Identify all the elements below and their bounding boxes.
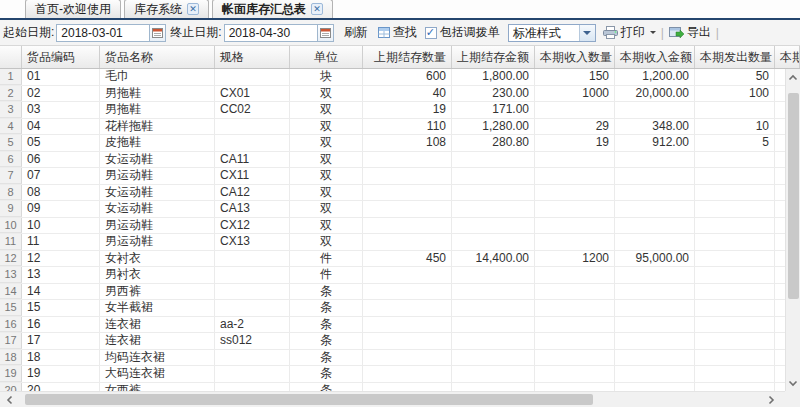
column-header-2[interactable]: 货品名称: [100, 46, 215, 68]
vertical-scrollbar[interactable]: [785, 69, 800, 391]
column-header-1[interactable]: 货品编码: [22, 46, 100, 68]
toolbar-divider: |: [661, 26, 664, 40]
table-cell: 230.00: [452, 86, 535, 102]
start-date-input[interactable]: 2018-03-01: [56, 24, 166, 42]
table-cell: 19: [363, 102, 452, 118]
table-cell: [615, 185, 695, 201]
print-dropdown-caret[interactable]: [650, 31, 656, 34]
table-cell: [695, 317, 775, 333]
end-date-value[interactable]: 2018-04-30: [225, 25, 317, 41]
column-header-7[interactable]: 本期收入数量: [535, 46, 615, 68]
row-number-cell: 19: [0, 366, 22, 382]
table-cell: [535, 218, 615, 234]
column-header-5[interactable]: 上期结存数量: [363, 46, 452, 68]
table-row[interactable]: 1414男西裤条: [0, 284, 785, 301]
toolbar-divider: |: [716, 26, 719, 40]
table-cell: [695, 168, 775, 184]
table-cell: [452, 333, 535, 349]
scroll-right-icon[interactable]: [765, 394, 777, 406]
table-row[interactable]: 404花样拖鞋双1101,280.0029348.0010: [0, 119, 785, 136]
start-date-value[interactable]: 2018-03-01: [57, 25, 149, 41]
horizontal-scroll-thumb[interactable]: [25, 394, 593, 405]
table-cell: 16: [22, 317, 100, 333]
start-date-calendar-button[interactable]: [149, 25, 165, 41]
refresh-button[interactable]: 刷新: [344, 24, 368, 41]
calendar-icon: [320, 27, 331, 38]
scroll-up-icon[interactable]: [787, 71, 799, 83]
table-cell: [535, 300, 615, 316]
include-transfer-checkbox[interactable]: [425, 27, 437, 39]
table-cell: 条: [290, 317, 363, 333]
table-cell: [615, 267, 695, 283]
table-cell: [452, 201, 535, 217]
table-cell-filler: [775, 251, 785, 267]
column-header-4[interactable]: 单位: [290, 46, 363, 68]
table-cell: [452, 366, 535, 382]
table-cell: 均码连衣裙: [100, 350, 215, 366]
row-number-cell: 12: [0, 251, 22, 267]
table-row[interactable]: 1010男运动鞋CX12双: [0, 218, 785, 235]
style-select-arrow[interactable]: [579, 25, 595, 41]
table-row[interactable]: 1515女半截裙条: [0, 300, 785, 317]
table-row[interactable]: 909女运动鞋CA13双: [0, 201, 785, 218]
column-header-8[interactable]: 本期收入金额: [615, 46, 695, 68]
start-date-label: 起始日期:: [3, 24, 54, 41]
table-row[interactable]: 101毛巾块6001,800.001501,200.0050: [0, 69, 785, 86]
vertical-scroll-thumb[interactable]: [788, 93, 799, 299]
include-transfer-option[interactable]: 包括调拨单: [425, 24, 500, 41]
end-date-calendar-button[interactable]: [317, 25, 333, 41]
column-header-0[interactable]: [0, 46, 22, 68]
export-button[interactable]: 导出: [669, 24, 711, 41]
table-row[interactable]: 1111男运动鞋CX13双: [0, 234, 785, 251]
table-cell: CX11: [215, 168, 290, 184]
refresh-button-label: 刷新: [344, 24, 368, 41]
table-row[interactable]: 606女运动鞋CA11双: [0, 152, 785, 169]
column-header-3[interactable]: 规格: [215, 46, 290, 68]
table-cell: [695, 267, 775, 283]
print-button[interactable]: 打印: [603, 24, 656, 41]
column-header-9[interactable]: 本期发出数量: [695, 46, 775, 68]
table-row[interactable]: 1616连衣裙aa-2条: [0, 317, 785, 334]
table-row[interactable]: 303男拖鞋CC02双19171.00: [0, 102, 785, 119]
scroll-down-icon[interactable]: [787, 377, 799, 389]
table-cell: 双: [290, 168, 363, 184]
export-icon: [669, 27, 684, 39]
table-cell: 12: [22, 251, 100, 267]
table-row[interactable]: 808女运动鞋CA12双: [0, 185, 785, 202]
row-number-cell: 2: [0, 86, 22, 102]
end-date-input[interactable]: 2018-04-30: [224, 24, 334, 42]
horizontal-scrollbar[interactable]: [0, 391, 785, 407]
tab-1[interactable]: 首页-欢迎使用: [25, 0, 121, 18]
table-cell: [363, 201, 452, 217]
tab-close-icon[interactable]: ✕: [187, 3, 199, 15]
table-cell: 100: [695, 86, 775, 102]
table-cell-filler: [775, 300, 785, 316]
table-cell: [215, 383, 290, 392]
table-row[interactable]: 1818均码连衣裙条: [0, 350, 785, 367]
table-cell: 连衣裙: [100, 317, 215, 333]
column-header-10[interactable]: 本期: [775, 46, 800, 68]
table-row[interactable]: 1212女衬衣件45014,400.00120095,000.00: [0, 251, 785, 268]
table-cell: 毛巾: [100, 69, 215, 85]
table-cell: 条: [290, 350, 363, 366]
tab-close-icon[interactable]: ✕: [311, 3, 323, 15]
column-header-6[interactable]: 上期结存金额: [452, 46, 535, 68]
style-select[interactable]: 标准样式: [508, 24, 596, 42]
table-row[interactable]: 1919大码连衣裙条: [0, 366, 785, 383]
scroll-left-icon[interactable]: [3, 394, 15, 406]
tab-3[interactable]: 帐面库存汇总表✕: [212, 0, 333, 18]
table-row[interactable]: 2020女西裤条: [0, 383, 785, 392]
tab-label: 首页-欢迎使用: [35, 1, 111, 18]
table-row[interactable]: 1313男衬衣件: [0, 267, 785, 284]
grid-body: 101毛巾块6001,800.001501,200.0050202男拖鞋CX01…: [0, 69, 785, 391]
table-row[interactable]: 1717连衣裙ss012条: [0, 333, 785, 350]
find-button[interactable]: 查找: [378, 24, 417, 41]
table-cell: [615, 383, 695, 392]
table-row[interactable]: 202男拖鞋CX01双40230.00100020,000.00100: [0, 86, 785, 103]
table-row[interactable]: 505皮拖鞋双108280.8019912.005: [0, 135, 785, 152]
printer-icon: [603, 26, 618, 39]
table-cell: [452, 300, 535, 316]
table-cell-filler: [775, 317, 785, 333]
table-row[interactable]: 707男运动鞋CX11双: [0, 168, 785, 185]
tab-2[interactable]: 库存系统✕: [124, 0, 209, 18]
